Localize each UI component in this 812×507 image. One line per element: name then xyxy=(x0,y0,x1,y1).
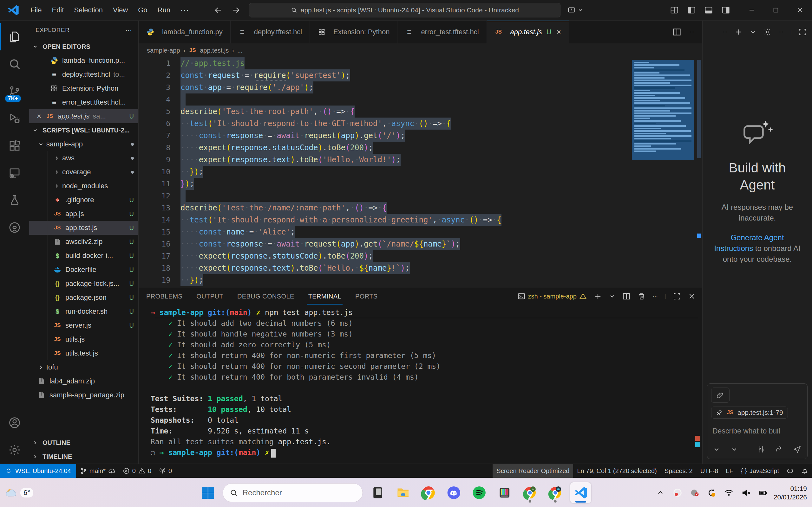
tree-item-run-docker.sh[interactable]: $run-docker.sh U xyxy=(29,304,138,319)
tab-deploy.tftest.hcl[interactable]: ≡deploy.tftest.hcl xyxy=(231,20,310,43)
tray-battery-icon[interactable] xyxy=(758,488,768,498)
context-chip[interactable]: JS app.test.js:1-79 xyxy=(711,406,788,418)
tray-wifi-icon[interactable] xyxy=(724,488,734,498)
tree-item-awscliv2.zip[interactable]: awscliv2.zip U xyxy=(29,235,138,249)
menu-go[interactable]: Go xyxy=(133,6,152,14)
taskbar-chrome-profile-1[interactable] xyxy=(519,482,541,503)
menu-file[interactable]: File xyxy=(26,6,47,14)
close-icon[interactable]: × xyxy=(557,27,561,37)
git-branch-status[interactable]: main* xyxy=(76,464,119,478)
open-editor-Extension: Python[interactable]: Extension: Python xyxy=(29,81,138,95)
tab-app.test.js[interactable]: JSapp.test.js U × xyxy=(487,20,569,43)
taskbar-spotify[interactable] xyxy=(469,482,490,503)
activity-testing[interactable] xyxy=(0,187,29,214)
editor-more-actions-icon[interactable]: ··· xyxy=(690,29,695,35)
maximize-button[interactable] xyxy=(764,0,788,20)
breadcrumb[interactable]: sample-app › JS app.test.js › ... xyxy=(139,43,702,57)
taskbar-chrome[interactable] xyxy=(418,482,439,503)
activity-remote-explorer[interactable] xyxy=(0,159,29,187)
split-editor-icon[interactable] xyxy=(672,27,681,37)
taskbar-file-explorer[interactable] xyxy=(393,482,414,503)
panel-tab-terminal[interactable]: TERMINAL xyxy=(307,288,343,304)
tree-item-sample-app[interactable]: sample-app xyxy=(29,137,138,151)
back-arrow-icon[interactable] xyxy=(213,5,223,15)
taskbar-vscode[interactable] xyxy=(570,482,591,503)
scripts-section-header[interactable]: SCRIPTS [WSL: UBUNTU-2... xyxy=(29,123,138,137)
chat-input-placeholder[interactable]: Describe what to buil xyxy=(712,427,802,435)
chat-dropdown-icon[interactable] xyxy=(750,29,756,35)
weather-widget[interactable]: 6° xyxy=(4,486,33,500)
menu-edit[interactable]: Edit xyxy=(47,6,69,14)
tab-Extension: Python[interactable]: Extension: Python xyxy=(310,20,397,43)
tree-item-utils.js[interactable]: JSutils.js xyxy=(29,332,138,346)
toggle-secondary-sidebar-icon[interactable] xyxy=(721,6,730,14)
sidebar-more-icon[interactable]: ··· xyxy=(125,26,132,34)
eol-status[interactable]: LF xyxy=(722,464,737,478)
tab-error_test.tftest.hcl[interactable]: ≡error_test.tftest.hcl xyxy=(397,20,487,43)
problems-status[interactable]: 0 0 xyxy=(119,464,155,478)
indentation-status[interactable]: Spaces: 2 xyxy=(661,464,697,478)
activity-run-debug[interactable] xyxy=(0,105,29,132)
close-button[interactable] xyxy=(788,0,812,20)
mode-dropdown-icon[interactable] xyxy=(713,446,720,453)
activity-search[interactable] xyxy=(0,50,29,78)
notifications-status[interactable] xyxy=(798,464,812,478)
close-panel-icon[interactable] xyxy=(688,292,696,300)
terminal-instance-chip[interactable]: zsh - sample-app xyxy=(518,292,587,300)
customize-layout-icon[interactable] xyxy=(670,6,679,14)
maximize-panel-icon[interactable] xyxy=(673,292,681,300)
minimap[interactable] xyxy=(632,60,694,160)
open-editor-error_test.tftest.hcl...[interactable]: ≡ error_test.tftest.hcl... xyxy=(29,95,138,109)
tray-volume-muted-icon[interactable] xyxy=(741,488,751,498)
menu-view[interactable]: View xyxy=(108,6,133,14)
copilot-window-menu[interactable] xyxy=(567,6,583,14)
tree-item-tofu[interactable]: tofu xyxy=(29,360,138,374)
breadcrumb-file[interactable]: app.test.js xyxy=(200,47,229,54)
kill-terminal-icon[interactable] xyxy=(638,292,646,300)
open-editor-deploy.tftest.hcl[interactable]: ≡ deploy.tftest.hcl to... xyxy=(29,67,138,81)
tray-update-icon[interactable] xyxy=(707,488,716,498)
code-editor[interactable]: 1 //·app.test.js 2 const·request·=·requi… xyxy=(139,57,702,288)
open-editor-lambda_function.p...[interactable]: lambda_function.p... xyxy=(29,54,138,67)
language-mode-status[interactable]: { } JavaScript xyxy=(737,464,783,478)
panel-tab-debug-console[interactable]: DEBUG CONSOLE xyxy=(236,288,296,304)
toggle-primary-sidebar-icon[interactable] xyxy=(687,6,696,14)
tab-lambda_function.py[interactable]: lambda_function.py xyxy=(139,20,231,43)
ports-status[interactable]: 0 xyxy=(155,464,176,478)
remote-indicator[interactable]: WSL: Ubuntu-24.04 xyxy=(0,464,76,478)
taskbar-chrome-profile-2[interactable] xyxy=(545,482,566,503)
tree-item-lab4_adam.zip[interactable]: lab4_adam.zip xyxy=(29,374,138,388)
panel-tab-problems[interactable]: PROBLEMS xyxy=(145,288,184,304)
tree-item-app.test.js[interactable]: JSapp.test.js U xyxy=(29,221,138,235)
tree-item-.gitignore[interactable]: .gitignore U xyxy=(29,193,138,207)
chat-more-icon[interactable]: ··· xyxy=(722,29,728,35)
panel-tab-ports[interactable]: PORTS xyxy=(354,288,379,304)
tree-item-package.json[interactable]: {}package.json U xyxy=(29,291,138,304)
tree-item-server.js[interactable]: JSserver.js U xyxy=(29,319,138,332)
cursor-position-status[interactable]: Ln 79, Col 1 (2720 selected) xyxy=(573,464,660,478)
copilot-status[interactable] xyxy=(783,464,798,478)
start-button[interactable] xyxy=(197,482,218,503)
panel-more-actions-icon[interactable]: ··· xyxy=(653,293,658,299)
tools-icon[interactable] xyxy=(757,445,765,454)
close-icon[interactable]: × xyxy=(37,112,41,121)
chat-input-box[interactable]: JS app.test.js:1-79 Describe what to bui… xyxy=(707,383,808,459)
open-editor-app.test.js[interactable]: × JS app.test.js sa... U xyxy=(29,109,138,123)
tree-item-node_modules[interactable]: node_modules xyxy=(29,179,138,193)
terminal-dropdown-icon[interactable] xyxy=(609,293,615,299)
open-editors-header[interactable]: OPEN EDITORS xyxy=(29,40,138,54)
activity-github[interactable] xyxy=(0,214,29,241)
activity-settings[interactable] xyxy=(0,436,29,464)
overview-ruler[interactable] xyxy=(695,57,702,288)
tree-item-utils.test.js[interactable]: JSutils.test.js xyxy=(29,346,138,360)
new-terminal-icon[interactable] xyxy=(594,292,602,300)
breadcrumb-folder[interactable]: sample-app xyxy=(147,47,180,54)
activity-account[interactable] xyxy=(0,409,29,436)
tree-item-build-docker-i...[interactable]: $build-docker-i... U xyxy=(29,249,138,263)
terminal[interactable]: → sample-app git:(main) ✗ npm test app.t… xyxy=(139,304,702,464)
tray-chevron-up-icon[interactable] xyxy=(656,488,665,498)
menu-run[interactable]: Run xyxy=(153,6,175,14)
taskbar-clock[interactable]: 01:19 20/01/2026 xyxy=(774,484,807,501)
taskbar-media-app[interactable] xyxy=(494,482,515,503)
toggle-panel-icon[interactable] xyxy=(704,6,713,14)
